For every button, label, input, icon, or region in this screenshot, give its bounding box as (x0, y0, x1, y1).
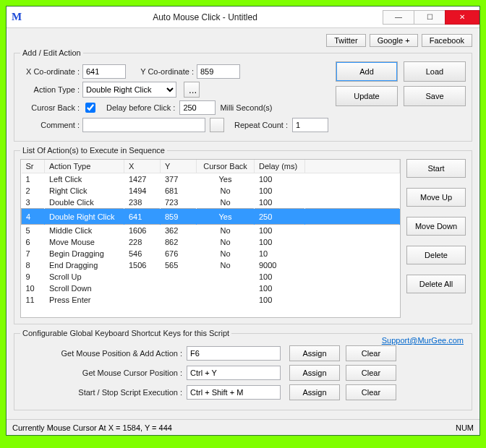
delay-input[interactable] (179, 100, 216, 115)
shortcuts-legend: Configurable Global Keyboard Shortcut Ke… (20, 329, 231, 337)
comment-picker-button[interactable] (210, 118, 224, 132)
cell-sr: 5 (22, 225, 45, 237)
col-cursor-back[interactable]: Cursor Back (197, 160, 255, 173)
table-header-row[interactable]: Sr Action Type X Y Cursor Back Delay (ms… (22, 160, 400, 173)
close-button[interactable]: ✕ (445, 10, 479, 25)
facebook-button[interactable]: Facebook (422, 34, 472, 47)
delay-unit-label: Milli Second(s) (220, 103, 272, 112)
cell-cb: Yes (197, 209, 255, 225)
social-buttons: Twitter Google + Facebook (14, 34, 472, 47)
window-title: Auto Mouse Click - Untitled (27, 12, 383, 22)
cell-sr: 7 (22, 248, 45, 259)
table-row[interactable]: 6Move Mouse228862No100 (22, 236, 400, 248)
move-down-button[interactable]: Move Down (406, 217, 466, 236)
cell-y: 565 (161, 259, 197, 271)
clear-button-1[interactable]: Clear (346, 365, 396, 381)
col-delay[interactable]: Delay (ms) (255, 160, 305, 173)
table-row[interactable]: 2Right Click1494681No100 (22, 185, 400, 197)
cell-delay: 9000 (255, 259, 305, 271)
add-edit-legend: Add / Edit Action (20, 48, 83, 57)
table-row[interactable]: 9Scroll Up100 (22, 271, 400, 283)
maximize-button[interactable]: ☐ (414, 10, 446, 25)
app-window: M Auto Mouse Click - Untitled — ☐ ✕ Twit… (6, 6, 480, 436)
x-coord-input[interactable] (82, 64, 126, 79)
cell-x (124, 283, 161, 294)
cell-cb: No (197, 185, 255, 197)
table-row[interactable]: 3Double Click238723No100 (22, 197, 400, 209)
assign-button-0[interactable]: Assign (289, 345, 340, 361)
update-button[interactable]: Update (336, 86, 398, 106)
cell-y: 676 (161, 248, 197, 259)
hotkey-input-0[interactable] (187, 346, 281, 361)
cell-x: 228 (124, 236, 161, 248)
support-link[interactable]: Support@MurGee.com (380, 336, 466, 345)
cell-type: Middle Click (45, 225, 124, 237)
cell-x: 546 (124, 248, 161, 259)
cell-type: Begin Dragging (45, 248, 124, 259)
cell-type: Right Click (45, 185, 124, 197)
comment-input[interactable] (82, 118, 205, 132)
cell-type: Scroll Down (45, 283, 124, 294)
app-icon: M (7, 11, 27, 23)
save-button[interactable]: Save (404, 86, 466, 106)
cell-cb (197, 283, 255, 294)
table-row[interactable]: 4Double Right Click641859Yes250 (22, 209, 400, 225)
hotkey-input-1[interactable] (187, 366, 281, 380)
delete-all-button[interactable]: Delete All (406, 275, 466, 293)
cursor-back-checkbox[interactable] (85, 103, 95, 113)
table-row[interactable]: 8End Dragging1506565No9000 (22, 259, 400, 271)
clear-button-0[interactable]: Clear (346, 345, 396, 361)
cell-type: Double Right Click (45, 209, 124, 225)
cell-x: 1506 (124, 259, 161, 271)
comment-label: Comment : (20, 121, 82, 129)
col-y[interactable]: Y (161, 160, 197, 173)
cell-x: 1427 (124, 173, 161, 186)
col-type[interactable]: Action Type (45, 160, 124, 173)
cell-sr: 1 (22, 173, 45, 186)
y-coord-input[interactable] (197, 64, 240, 79)
action-type-select[interactable]: Double Right Click (82, 82, 176, 98)
numlock-indicator: NUM (456, 423, 474, 432)
twitter-button[interactable]: Twitter (326, 34, 365, 47)
cell-type: Press Enter (45, 294, 124, 306)
cell-delay: 10 (255, 248, 305, 259)
cell-y: 723 (161, 197, 197, 209)
cell-x: 1494 (124, 185, 161, 197)
move-up-button[interactable]: Move Up (406, 188, 466, 207)
hotkey-input-2[interactable] (187, 385, 281, 400)
add-button[interactable]: Add (336, 61, 398, 82)
hotkey-label-2: Start / Stop Script Execution : (20, 388, 187, 397)
action-list[interactable]: Sr Action Type X Y Cursor Back Delay (ms… (20, 159, 401, 318)
cell-sr: 11 (22, 294, 45, 306)
browse-button[interactable]: ... (184, 82, 200, 98)
cell-y: 681 (161, 185, 197, 197)
cell-delay: 100 (255, 294, 305, 306)
table-row[interactable]: 7Begin Dragging546676No10 (22, 248, 400, 259)
cell-type: Left Click (45, 173, 124, 186)
titlebar[interactable]: M Auto Mouse Click - Untitled — ☐ ✕ (7, 7, 479, 28)
col-sr[interactable]: Sr (22, 160, 45, 173)
delay-label: Delay before Click : (106, 103, 175, 112)
cell-sr: 10 (22, 283, 45, 294)
cell-delay: 100 (255, 173, 305, 186)
cell-x: 238 (124, 197, 161, 209)
repeat-input[interactable] (292, 118, 328, 132)
table-row[interactable]: 1Left Click1427377Yes100 (22, 173, 400, 186)
load-button[interactable]: Load (404, 61, 466, 82)
cell-sr: 6 (22, 236, 45, 248)
assign-button-1[interactable]: Assign (289, 365, 340, 381)
col-x[interactable]: X (124, 160, 161, 173)
table-row[interactable]: 11Press Enter100 (22, 294, 400, 306)
minimize-button[interactable]: — (383, 10, 414, 25)
hotkey-label-0: Get Mouse Position & Add Action : (20, 349, 187, 358)
table-row[interactable]: 10Scroll Down100 (22, 283, 400, 294)
google-button[interactable]: Google + (370, 34, 418, 47)
start-button[interactable]: Start (406, 159, 466, 178)
cell-sr: 3 (22, 197, 45, 209)
assign-button-2[interactable]: Assign (289, 384, 340, 400)
repeat-label: Repeat Count : (234, 121, 288, 129)
delete-button[interactable]: Delete (406, 246, 466, 264)
cell-x: 641 (124, 209, 161, 225)
clear-button-2[interactable]: Clear (346, 384, 396, 400)
table-row[interactable]: 5Middle Click1606362No100 (22, 225, 400, 237)
